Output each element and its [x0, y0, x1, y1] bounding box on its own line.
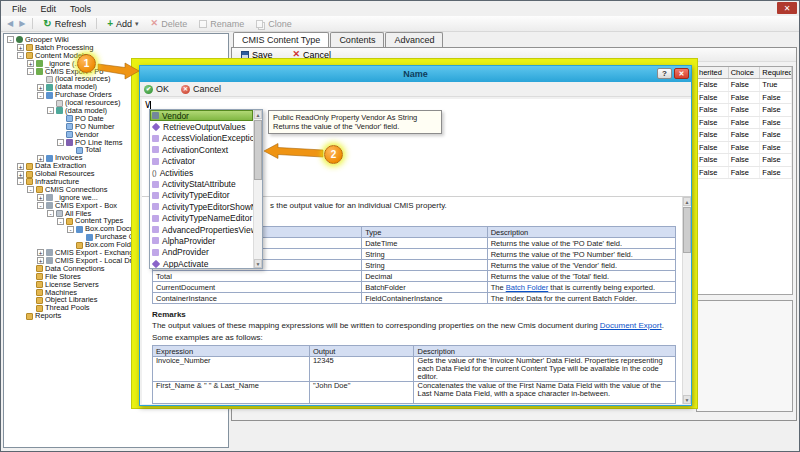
intellisense-item-label: RetrieveOutputValues [163, 122, 246, 132]
tree-expander-icon[interactable]: - [47, 107, 54, 114]
scroll-up-icon[interactable]: ▲ [254, 110, 262, 119]
tree-node-icon [56, 107, 63, 114]
tree-node-icon [46, 194, 53, 201]
tree-expander-icon[interactable]: - [37, 92, 44, 99]
tree-node-icon [16, 36, 23, 43]
menu-item[interactable]: File [5, 3, 34, 15]
tree-expander-icon[interactable]: + [17, 171, 24, 178]
scroll-up-icon[interactable]: ▲ [683, 197, 691, 206]
grid-row[interactable]: FalseFalseTrue [697, 79, 792, 92]
menu-item[interactable]: Tools [63, 3, 98, 15]
ok-button[interactable]: ✔ OK [144, 84, 169, 94]
refresh-button[interactable]: ↻ Refresh [38, 18, 91, 30]
intellisense-item[interactable]: ActivityTypeEditor [150, 190, 253, 201]
tree-expander-icon[interactable]: + [37, 257, 44, 264]
tree-expander-icon[interactable]: - [47, 210, 54, 217]
scroll-down-icon[interactable]: ▼ [254, 259, 262, 268]
tree-expander-icon[interactable]: - [17, 52, 24, 59]
member-type-icon [152, 112, 159, 119]
batch-folder-link[interactable]: Batch Folder [506, 283, 549, 292]
tree-node-icon [26, 44, 33, 51]
tree-node-icon [36, 273, 43, 280]
tree-node-icon [76, 226, 83, 233]
intellisense-item[interactable]: Activator [150, 156, 253, 167]
intellisense-item[interactable]: AdvancedPropertiesViewer [150, 224, 253, 235]
tree-expander-icon[interactable]: - [27, 186, 34, 193]
intellisense-item[interactable]: AlphaProvider [150, 235, 253, 246]
intellisense-item-label: Activities [160, 168, 194, 178]
grid-row[interactable]: FalseFalseFalse [697, 92, 792, 105]
tree-expander-icon[interactable]: + [37, 84, 44, 91]
window-close-button[interactable]: ✕ [777, 2, 797, 14]
member-type-icon [152, 192, 159, 199]
tree-expander-icon[interactable]: - [37, 202, 44, 209]
help-button[interactable]: ? [657, 68, 672, 79]
tree-expander-icon[interactable]: - [27, 68, 34, 75]
rename-button[interactable]: Rename [194, 18, 249, 30]
add-button[interactable]: + Add ▾ [102, 18, 143, 30]
grid-row[interactable]: FalseFalseFalse [697, 129, 792, 142]
grid-cell: False [697, 167, 729, 179]
tree-expander-icon[interactable]: - [7, 36, 14, 43]
intellisense-item[interactable]: AndProvider [150, 247, 253, 258]
intellisense-item[interactable]: Activities [150, 167, 253, 178]
table-header-description: Description [414, 346, 676, 357]
intellisense-item[interactable]: ActivityTypeEditorShowNone [150, 201, 253, 212]
tab[interactable]: Contents [330, 32, 384, 47]
tab[interactable]: CMIS Content Type [233, 32, 329, 47]
intellisense-item[interactable]: ActivityTypeNameEditor [150, 213, 253, 224]
grid-row[interactable]: FalseFalseFalse [697, 167, 792, 180]
intellisense-item[interactable]: ActivationContext [150, 144, 253, 155]
delete-button[interactable]: ✕ Delete [146, 18, 193, 30]
grooper-main-window: FileEditTools ✕ ◀ ▶ ↻ Refresh + Add ▾ ✕ … [0, 0, 800, 452]
intellisense-scrollbar[interactable]: ▲ ▼ [253, 110, 262, 268]
tree-expander-icon[interactable]: + [17, 163, 24, 170]
menu-item[interactable]: Edit [34, 3, 64, 15]
member-type-icon [152, 237, 159, 244]
grid-column-header[interactable]: Choice [729, 67, 761, 78]
intellisense-item[interactable]: AppActivate [150, 258, 253, 268]
tree-expander-icon[interactable]: - [57, 218, 64, 225]
dialog-close-button[interactable]: ✕ [674, 68, 689, 79]
scrollbar-thumb[interactable] [683, 207, 691, 253]
dialog-cancel-button[interactable]: ✕ Cancel [181, 84, 221, 94]
grid-cell: False [729, 154, 761, 166]
grid-column-header[interactable]: Required [760, 67, 792, 78]
intellisense-item-label: ActivityTypeNameEditor [162, 213, 252, 223]
intellisense-item[interactable]: AccessViolationException [150, 133, 253, 144]
tree-expander-icon[interactable]: + [17, 44, 24, 51]
remarks-heading: Remarks [152, 310, 676, 319]
grid-row[interactable]: FalseFalseFalse [697, 142, 792, 155]
tree-expander-icon[interactable]: + [27, 60, 34, 67]
tree-expander-icon[interactable]: - [67, 226, 74, 233]
intellisense-item[interactable]: Vendor [150, 110, 253, 121]
tree-expander-icon[interactable]: + [37, 249, 44, 256]
doc-scrollbar[interactable]: ▲ ▼ [682, 197, 691, 404]
main-toolbar: ◀ ▶ ↻ Refresh + Add ▾ ✕ Delete Rename Cl… [1, 16, 799, 32]
tree-expander-icon[interactable]: - [57, 139, 64, 146]
forward-button[interactable]: ▶ [17, 19, 27, 28]
annotation-highlight: Name ? ✕ ✔ OK ✕ Cancel V [131, 58, 698, 409]
grid-row[interactable]: FalseFalseFalse [697, 117, 792, 130]
tree-expander-icon[interactable]: - [17, 178, 24, 185]
intellisense-item[interactable]: RetrieveOutputValues [150, 121, 253, 132]
grid-column-header[interactable]: herited [697, 67, 729, 78]
document-export-link[interactable]: Document Export [600, 321, 662, 330]
back-button[interactable]: ◀ [5, 19, 15, 28]
remarks-text: The output values of these mapping expre… [152, 321, 676, 330]
tree-expander-icon[interactable]: + [37, 194, 44, 201]
scrollbar-thumb[interactable] [254, 120, 262, 180]
tree-node-icon [46, 84, 53, 91]
tree-node-label: Reports [35, 312, 61, 320]
grid-cell: False [760, 167, 792, 179]
refresh-icon: ↻ [43, 19, 51, 28]
grid-row[interactable]: FalseFalseFalse [697, 104, 792, 117]
grid-row[interactable]: FalseFalseFalse [697, 154, 792, 167]
scroll-down-icon[interactable]: ▼ [683, 395, 691, 404]
clone-button[interactable]: Clone [251, 18, 297, 30]
tree-node-icon [36, 60, 43, 67]
member-type-icon [152, 203, 159, 210]
tab[interactable]: Advanced [385, 32, 443, 47]
toolbar-separator [32, 18, 33, 29]
intellisense-item[interactable]: ActivityStatAttribute [150, 178, 253, 189]
